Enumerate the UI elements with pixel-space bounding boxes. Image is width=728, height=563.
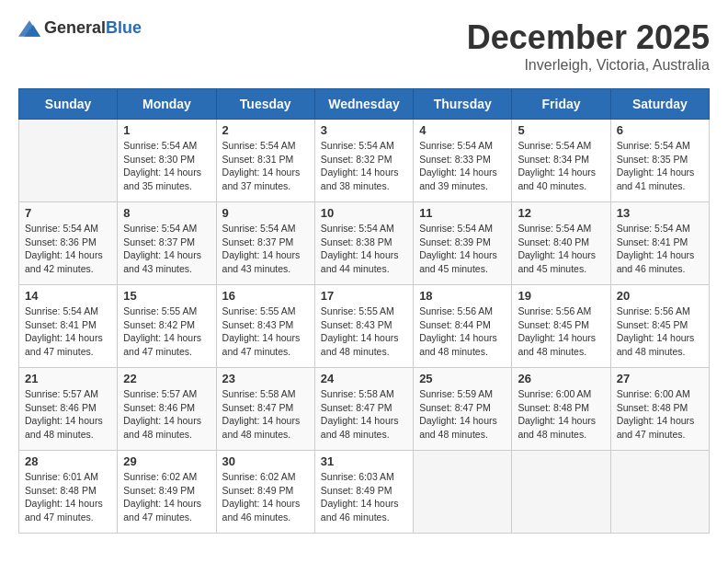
weekday-header: Thursday [414, 89, 512, 120]
logo-icon [18, 20, 40, 37]
calendar-cell: 31Sunrise: 6:03 AMSunset: 8:49 PMDayligh… [314, 451, 413, 534]
day-info: Sunrise: 5:55 AMSunset: 8:43 PMDaylight:… [321, 304, 407, 359]
day-info: Sunrise: 5:54 AMSunset: 8:41 PMDaylight:… [25, 304, 111, 359]
day-info: Sunrise: 5:54 AMSunset: 8:30 PMDaylight:… [123, 139, 210, 193]
week-row: 21Sunrise: 5:57 AMSunset: 8:46 PMDayligh… [19, 368, 710, 451]
calendar-cell: 4Sunrise: 5:54 AMSunset: 8:33 PMDaylight… [414, 120, 512, 202]
day-info: Sunrise: 6:02 AMSunset: 8:49 PMDaylight:… [123, 470, 210, 524]
day-info: Sunrise: 5:56 AMSunset: 8:45 PMDaylight:… [617, 304, 703, 359]
day-info: Sunrise: 6:02 AMSunset: 8:49 PMDaylight:… [222, 470, 309, 524]
month-title: December 2025 [467, 18, 710, 57]
day-info: Sunrise: 5:56 AMSunset: 8:44 PMDaylight:… [419, 304, 506, 359]
day-number: 6 [617, 123, 703, 137]
day-number: 28 [25, 454, 111, 468]
calendar-cell: 24Sunrise: 5:58 AMSunset: 8:47 PMDayligh… [314, 368, 413, 451]
weekday-header: Saturday [610, 89, 709, 120]
day-info: Sunrise: 6:03 AMSunset: 8:49 PMDaylight:… [321, 470, 407, 524]
calendar-cell: 1Sunrise: 5:54 AMSunset: 8:30 PMDaylight… [118, 120, 216, 202]
calendar-cell: 6Sunrise: 5:54 AMSunset: 8:35 PMDaylight… [610, 120, 709, 202]
day-number: 11 [419, 206, 506, 220]
day-info: Sunrise: 6:01 AMSunset: 8:48 PMDaylight:… [25, 470, 111, 524]
weekday-header: Wednesday [314, 89, 413, 120]
calendar-cell: 15Sunrise: 5:55 AMSunset: 8:42 PMDayligh… [118, 285, 216, 368]
calendar-cell: 14Sunrise: 5:54 AMSunset: 8:41 PMDayligh… [19, 285, 118, 368]
day-info: Sunrise: 5:59 AMSunset: 8:47 PMDaylight:… [419, 387, 506, 442]
day-number: 8 [123, 206, 210, 220]
calendar-cell [512, 451, 610, 534]
logo-text-general: General [44, 18, 106, 37]
week-row: 7Sunrise: 5:54 AMSunset: 8:36 PMDaylight… [19, 202, 710, 285]
day-number: 24 [321, 372, 407, 385]
weekday-header: Friday [512, 89, 610, 120]
calendar-cell: 22Sunrise: 5:57 AMSunset: 8:46 PMDayligh… [118, 368, 216, 451]
day-number: 30 [222, 454, 309, 468]
weekday-header: Monday [118, 89, 216, 120]
day-number: 14 [25, 289, 111, 303]
day-number: 23 [222, 372, 309, 385]
calendar-cell: 13Sunrise: 5:54 AMSunset: 8:41 PMDayligh… [610, 202, 709, 285]
day-info: Sunrise: 5:54 AMSunset: 8:36 PMDaylight:… [25, 222, 111, 276]
calendar-cell: 8Sunrise: 5:54 AMSunset: 8:37 PMDaylight… [118, 202, 216, 285]
calendar-cell: 23Sunrise: 5:58 AMSunset: 8:47 PMDayligh… [216, 368, 314, 451]
weekday-header: Tuesday [216, 89, 314, 120]
calendar: SundayMondayTuesdayWednesdayThursdayFrid… [18, 88, 710, 534]
calendar-cell: 12Sunrise: 5:54 AMSunset: 8:40 PMDayligh… [512, 202, 610, 285]
calendar-cell: 7Sunrise: 5:54 AMSunset: 8:36 PMDaylight… [19, 202, 118, 285]
day-number: 17 [321, 289, 407, 303]
day-info: Sunrise: 5:56 AMSunset: 8:45 PMDaylight:… [518, 304, 604, 359]
day-number: 20 [617, 289, 703, 303]
calendar-cell: 30Sunrise: 6:02 AMSunset: 8:49 PMDayligh… [216, 451, 314, 534]
day-number: 26 [518, 372, 604, 385]
location-title: Inverleigh, Victoria, Australia [467, 57, 710, 74]
day-number: 3 [321, 123, 407, 137]
day-info: Sunrise: 5:55 AMSunset: 8:42 PMDaylight:… [123, 304, 210, 359]
day-number: 12 [518, 206, 604, 220]
day-info: Sunrise: 5:58 AMSunset: 8:47 PMDaylight:… [222, 387, 309, 442]
day-number: 10 [321, 206, 407, 220]
week-row: 1Sunrise: 5:54 AMSunset: 8:30 PMDaylight… [19, 120, 710, 202]
day-info: Sunrise: 5:54 AMSunset: 8:35 PMDaylight:… [617, 139, 703, 193]
calendar-cell: 20Sunrise: 5:56 AMSunset: 8:45 PMDayligh… [610, 285, 709, 368]
day-number: 1 [123, 123, 210, 137]
day-info: Sunrise: 5:54 AMSunset: 8:34 PMDaylight:… [518, 139, 604, 193]
day-info: Sunrise: 5:58 AMSunset: 8:47 PMDaylight:… [321, 387, 407, 442]
day-number: 27 [617, 372, 703, 385]
day-number: 7 [25, 206, 111, 220]
day-number: 2 [222, 123, 309, 137]
calendar-cell: 10Sunrise: 5:54 AMSunset: 8:38 PMDayligh… [314, 202, 413, 285]
calendar-cell: 5Sunrise: 5:54 AMSunset: 8:34 PMDaylight… [512, 120, 610, 202]
day-info: Sunrise: 5:54 AMSunset: 8:40 PMDaylight:… [518, 222, 604, 276]
calendar-cell [414, 451, 512, 534]
day-info: Sunrise: 5:54 AMSunset: 8:31 PMDaylight:… [222, 139, 309, 193]
logo: GeneralBlue [18, 18, 142, 38]
day-number: 21 [25, 372, 111, 385]
calendar-cell: 16Sunrise: 5:55 AMSunset: 8:43 PMDayligh… [216, 285, 314, 368]
day-info: Sunrise: 5:55 AMSunset: 8:43 PMDaylight:… [222, 304, 309, 359]
day-number: 9 [222, 206, 309, 220]
calendar-cell: 18Sunrise: 5:56 AMSunset: 8:44 PMDayligh… [414, 285, 512, 368]
day-number: 15 [123, 289, 210, 303]
week-row: 14Sunrise: 5:54 AMSunset: 8:41 PMDayligh… [19, 285, 710, 368]
calendar-cell: 29Sunrise: 6:02 AMSunset: 8:49 PMDayligh… [118, 451, 216, 534]
calendar-cell: 3Sunrise: 5:54 AMSunset: 8:32 PMDaylight… [314, 120, 413, 202]
day-number: 13 [617, 206, 703, 220]
calendar-cell: 27Sunrise: 6:00 AMSunset: 8:48 PMDayligh… [610, 368, 709, 451]
calendar-cell [610, 451, 709, 534]
day-info: Sunrise: 5:54 AMSunset: 8:37 PMDaylight:… [222, 222, 309, 276]
day-number: 4 [419, 123, 506, 137]
weekday-header: Sunday [19, 89, 118, 120]
day-info: Sunrise: 5:54 AMSunset: 8:41 PMDaylight:… [617, 222, 703, 276]
header: GeneralBlue December 2025 Inverleigh, Vi… [18, 18, 710, 74]
day-info: Sunrise: 5:54 AMSunset: 8:38 PMDaylight:… [321, 222, 407, 276]
calendar-cell: 28Sunrise: 6:01 AMSunset: 8:48 PMDayligh… [19, 451, 118, 534]
day-number: 31 [321, 454, 407, 468]
day-info: Sunrise: 5:54 AMSunset: 8:32 PMDaylight:… [321, 139, 407, 193]
week-row: 28Sunrise: 6:01 AMSunset: 8:48 PMDayligh… [19, 451, 710, 534]
calendar-cell: 17Sunrise: 5:55 AMSunset: 8:43 PMDayligh… [314, 285, 413, 368]
calendar-cell: 21Sunrise: 5:57 AMSunset: 8:46 PMDayligh… [19, 368, 118, 451]
weekday-header-row: SundayMondayTuesdayWednesdayThursdayFrid… [19, 89, 710, 120]
calendar-cell: 2Sunrise: 5:54 AMSunset: 8:31 PMDaylight… [216, 120, 314, 202]
day-number: 19 [518, 289, 604, 303]
day-number: 5 [518, 123, 604, 137]
calendar-cell: 9Sunrise: 5:54 AMSunset: 8:37 PMDaylight… [216, 202, 314, 285]
